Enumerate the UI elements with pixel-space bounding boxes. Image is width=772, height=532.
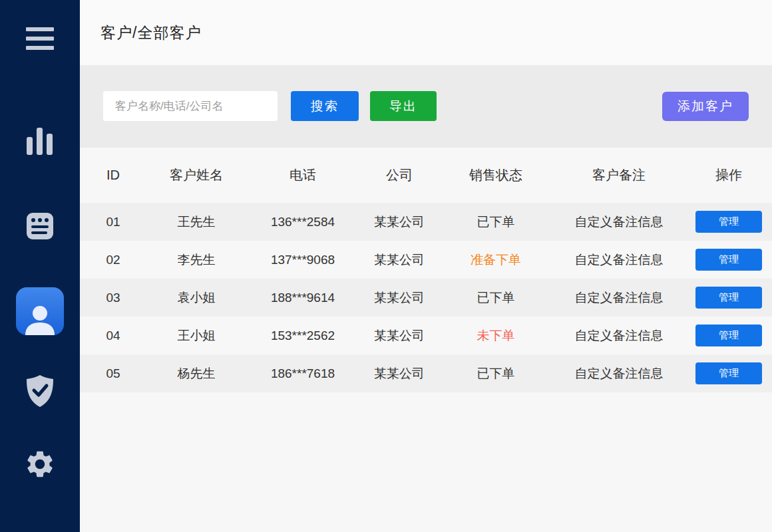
user-icon — [23, 302, 57, 335]
cell-status status-badge: 未下单 — [439, 327, 552, 344]
manage-button[interactable]: 管理 — [695, 211, 762, 233]
manage-button[interactable]: 管理 — [695, 325, 762, 346]
menu-toggle-button[interactable] — [0, 24, 80, 53]
table-header: ID 客户姓名 电话 公司 销售状态 客户备注 操作 — [80, 148, 772, 203]
cell-company: 某某公司 — [359, 289, 439, 307]
cell-company: 某某公司 — [359, 213, 439, 231]
hamburger-icon — [26, 27, 54, 31]
customer-table: ID 客户姓名 电话 公司 销售状态 客户备注 操作 01 王先生 136***… — [80, 148, 772, 392]
cell-name: 李先生 — [146, 251, 246, 269]
column-header-name: 客户姓名 — [146, 166, 246, 184]
cell-company: 某某公司 — [359, 365, 439, 382]
table-row: 05 杨先生 186***7618 某某公司 已下单 自定义备注信息 管理 — [80, 354, 772, 392]
manage-button[interactable]: 管理 — [695, 249, 762, 271]
cell-status status-badge: 已下单 — [439, 213, 552, 231]
cell-phone: 188***9614 — [246, 291, 359, 305]
table-body: 01 王先生 136***2584 某某公司 已下单 自定义备注信息 管理 02… — [80, 203, 772, 392]
cell-phone: 153***2562 — [246, 329, 359, 343]
cell-note: 自定义备注信息 — [552, 289, 685, 307]
cell-note: 自定义备注信息 — [552, 365, 685, 382]
column-header-action: 操作 — [685, 166, 772, 184]
cell-status status-badge: 已下单 — [439, 289, 552, 307]
column-header-phone: 电话 — [246, 166, 359, 184]
sidebar-item-customers[interactable] — [0, 287, 80, 335]
column-header-company: 公司 — [359, 166, 439, 184]
cell-id: 02 — [80, 253, 146, 267]
export-button[interactable]: 导出 — [370, 91, 437, 121]
active-item-highlight — [16, 287, 64, 335]
cell-name: 王小姐 — [146, 327, 246, 344]
cell-company: 某某公司 — [359, 251, 439, 269]
search-button[interactable]: 搜索 — [291, 91, 359, 121]
manage-button[interactable]: 管理 — [695, 362, 762, 384]
column-header-id: ID — [80, 168, 146, 183]
cell-status status-badge: 准备下单 — [439, 251, 552, 269]
cell-id: 04 — [80, 329, 146, 343]
cell-name: 杨先生 — [146, 365, 246, 382]
cell-id: 01 — [80, 215, 146, 229]
shield-check-icon — [25, 374, 55, 408]
gear-icon — [24, 448, 56, 480]
cell-note: 自定义备注信息 — [552, 213, 685, 231]
cell-id: 03 — [80, 291, 146, 305]
table-row: 04 王小姐 153***2562 某某公司 未下单 自定义备注信息 管理 — [80, 317, 772, 354]
breadcrumb: 客户/全部客户 — [100, 23, 201, 43]
table-row: 01 王先生 136***2584 某某公司 已下单 自定义备注信息 管理 — [80, 203, 772, 241]
bar-chart-icon — [26, 125, 54, 156]
main-content: 客户/全部客户 搜索 导出 添加客户 ID 客户姓名 电话 公司 销售状态 客户… — [80, 0, 772, 532]
cell-company: 某某公司 — [359, 327, 439, 344]
toolbar: 搜索 导出 添加客户 — [80, 65, 772, 148]
cell-note: 自定义备注信息 — [552, 251, 685, 269]
column-header-note: 客户备注 — [552, 166, 685, 184]
sidebar-item-orders[interactable] — [0, 210, 80, 242]
sidebar-item-security[interactable] — [0, 374, 80, 408]
cell-status status-badge: 已下单 — [439, 365, 552, 382]
hamburger-icon — [26, 37, 54, 41]
cell-name: 王先生 — [146, 213, 246, 231]
manage-button[interactable]: 管理 — [695, 287, 762, 309]
hamburger-icon — [26, 46, 54, 50]
cell-phone: 186***7618 — [246, 366, 359, 381]
sidebar-item-settings[interactable] — [0, 447, 80, 481]
search-input[interactable] — [103, 91, 278, 121]
sidebar-item-statistics[interactable] — [0, 124, 80, 157]
add-customer-button[interactable]: 添加客户 — [662, 92, 749, 121]
sidebar — [0, 0, 80, 532]
cell-name: 袁小姐 — [146, 289, 246, 307]
document-icon — [25, 211, 55, 241]
cell-id: 05 — [80, 366, 146, 381]
cell-phone: 137***9068 — [246, 253, 359, 267]
cell-note: 自定义备注信息 — [552, 327, 685, 344]
table-row: 02 李先生 137***9068 某某公司 准备下单 自定义备注信息 管理 — [80, 241, 772, 279]
cell-phone: 136***2584 — [246, 215, 359, 229]
column-header-status: 销售状态 — [439, 166, 552, 184]
topbar: 客户/全部客户 — [80, 0, 772, 65]
table-row: 03 袁小姐 188***9614 某某公司 已下单 自定义备注信息 管理 — [80, 279, 772, 317]
